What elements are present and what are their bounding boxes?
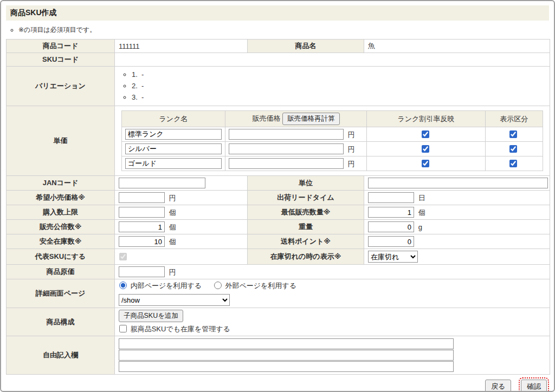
sales-price-header-text: 販売価格 (253, 114, 281, 122)
rank-price-input[interactable] (229, 158, 344, 169)
rank-name-column-header: ランク名 (122, 111, 225, 127)
out-of-stock-display-select[interactable]: 在庫切れ (368, 251, 418, 263)
rank-name-input[interactable] (125, 143, 222, 154)
sales-price-column-header: 販売価格 販売価格再計算 (225, 111, 367, 127)
rank-price-input[interactable] (229, 129, 344, 140)
row-unit-price: 単価 ランク名 販売価格 販売価格再計算 ランク割引率反映 (7, 106, 550, 176)
piece-unit-label: 個 (169, 238, 176, 246)
external-page-radio-option[interactable]: 外部ページを利用する (214, 282, 296, 290)
row-product-structure: 商品構成 子商品SKUを追加 親商品SKUでも在庫を管理する (7, 308, 550, 336)
internal-page-radio-option[interactable]: 内部ページを利用する (119, 282, 204, 290)
lead-time-label: 出荷リードタイム (248, 191, 364, 205)
parent-sku-stock-checkbox[interactable] (119, 325, 127, 332)
yen-unit-label: 円 (348, 160, 355, 168)
row-msrp: 希望小売価格※ 円 出荷リードタイム 日 (7, 191, 550, 205)
free-text-input-1[interactable] (119, 338, 454, 349)
representative-sku-label: 代表SKUにする (7, 249, 115, 265)
free-text-input-3[interactable] (119, 361, 454, 372)
jan-code-label: JANコード (7, 176, 115, 191)
lead-time-input[interactable] (368, 192, 414, 203)
required-note-list: ※の項目は必須項目です。 (10, 25, 554, 35)
sales-multiple-input[interactable] (119, 221, 165, 232)
rank-discount-column-header: ランク割引率反映 (367, 111, 485, 127)
recalc-price-button[interactable]: 販売価格再計算 (282, 113, 340, 125)
free-text-label: 自由記入欄 (7, 336, 115, 375)
display-type-checkbox[interactable] (509, 130, 517, 138)
yen-unit-label: 円 (169, 268, 176, 276)
rank-name-input[interactable] (125, 129, 222, 140)
rank-row: 円 (122, 156, 543, 171)
jan-code-input[interactable] (119, 178, 205, 188)
rank-discount-checkbox[interactable] (422, 160, 429, 167)
row-purchase-max: 購入数上限 個 最低販売数量※ 個 (7, 205, 550, 220)
piece-unit-label: 個 (169, 223, 176, 231)
rank-price-header-row: ランク名 販売価格 販売価格再計算 ランク割引率反映 表示区分 (122, 111, 543, 127)
detail-page-select[interactable]: /show (119, 294, 230, 306)
detail-page-label: 詳細画面ページ (7, 279, 115, 308)
add-child-sku-button[interactable]: 子商品SKUを追加 (119, 310, 183, 322)
footer-action-bar: 戻る 確認 (1, 375, 554, 392)
unit-input[interactable] (368, 178, 548, 188)
weight-input[interactable] (368, 221, 414, 232)
rank-price-table: ランク名 販売価格 販売価格再計算 ランク割引率反映 表示区分 (121, 110, 543, 171)
row-variation: バリエーション 1. - 2. - 3. - (7, 67, 550, 106)
product-name-value: 魚 (364, 40, 550, 53)
msrp-input[interactable] (119, 192, 165, 203)
product-structure-label: 商品構成 (7, 308, 115, 336)
free-text-input-2[interactable] (119, 350, 454, 361)
rank-row: 円 (122, 127, 543, 142)
variation-label: バリエーション (7, 67, 115, 106)
weight-label: 重量 (248, 220, 364, 234)
safety-stock-input[interactable] (119, 236, 165, 247)
row-product-code: 商品コード 111111 商品名 魚 (7, 40, 550, 53)
piece-unit-label: 個 (169, 208, 176, 217)
required-note: ※の項目は必須項目です。 (18, 25, 554, 35)
back-button[interactable]: 戻る (485, 380, 511, 392)
msrp-label: 希望小売価格※ (7, 191, 115, 205)
shipping-point-input[interactable] (368, 236, 414, 247)
variation-item: 1. - (132, 69, 546, 81)
external-page-radio-label: 外部ページを利用する (225, 282, 296, 290)
product-sku-create-page: 商品SKU作成 ※の項目は必須項目です。 商品コード 111111 商品名 魚 … (0, 0, 555, 392)
internal-page-radio-label: 内部ページを利用する (131, 282, 202, 290)
display-type-checkbox[interactable] (509, 160, 517, 167)
min-sales-qty-label: 最低販売数量※ (248, 205, 364, 220)
row-safety-stock: 安全在庫数※ 個 送料ポイント※ (7, 234, 550, 249)
row-representative-sku: 代表SKUにする 在庫切れの時の表示※ 在庫切れ (7, 249, 550, 265)
yen-unit-label: 円 (348, 130, 355, 139)
sku-code-label: SKUコード (7, 53, 115, 67)
rank-price-input[interactable] (229, 143, 344, 154)
rank-discount-checkbox[interactable] (422, 145, 429, 153)
internal-page-radio[interactable] (119, 282, 127, 289)
parent-sku-stock-option[interactable]: 親商品SKUでも在庫を管理する (119, 325, 230, 333)
cost-price-input[interactable] (119, 266, 165, 277)
cost-price-label: 商品原価 (7, 265, 115, 279)
variation-item: 2. - (132, 81, 546, 92)
display-type-column-header: 表示区分 (485, 111, 543, 127)
piece-unit-label: 個 (418, 208, 425, 217)
variation-list: 1. - 2. - 3. - (122, 69, 546, 103)
external-page-radio[interactable] (214, 282, 222, 289)
gram-unit-label: g (418, 223, 422, 231)
detail-page-radio-group: 内部ページを利用する 外部ページを利用する (119, 281, 546, 291)
min-sales-qty-input[interactable] (368, 207, 414, 218)
parent-sku-stock-label: 親商品SKUでも在庫を管理する (131, 325, 230, 333)
day-unit-label: 日 (418, 194, 425, 202)
sales-multiple-label: 販売公倍数※ (7, 220, 115, 234)
sku-code-value (115, 53, 550, 67)
row-free-text: 自由記入欄 (7, 336, 550, 375)
row-detail-page: 詳細画面ページ 内部ページを利用する 外部ページを利用する /show (7, 279, 550, 308)
confirm-button[interactable]: 確認 (521, 380, 547, 392)
page-title: 商品SKU作成 (6, 5, 549, 21)
safety-stock-label: 安全在庫数※ (7, 234, 115, 249)
display-type-checkbox[interactable] (509, 145, 517, 153)
unit-label-header: 単位 (248, 176, 364, 191)
rank-discount-checkbox[interactable] (422, 130, 429, 138)
product-code-label: 商品コード (7, 40, 115, 53)
rank-name-input[interactable] (125, 158, 222, 169)
purchase-max-input[interactable] (119, 207, 165, 218)
shipping-point-label: 送料ポイント※ (248, 234, 364, 249)
purchase-max-label: 購入数上限 (7, 205, 115, 220)
row-cost-price: 商品原価 円 (7, 265, 550, 279)
product-code-value: 111111 (115, 40, 248, 53)
